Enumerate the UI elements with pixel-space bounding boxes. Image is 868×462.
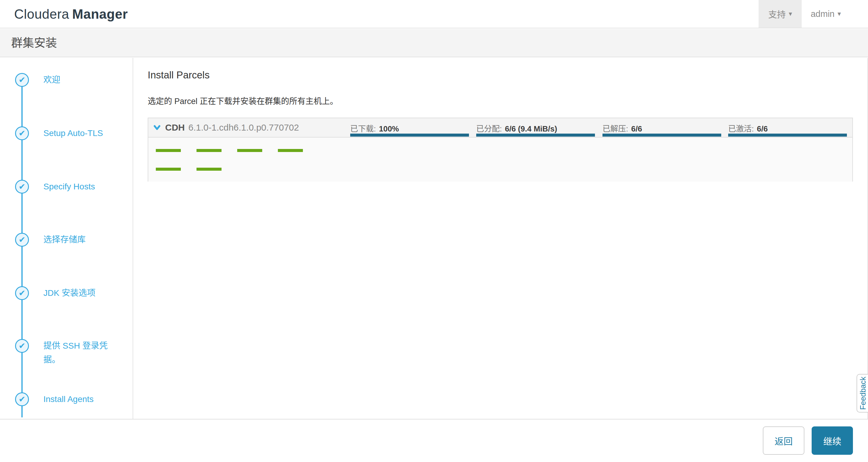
metric-activated: 已激活:6/6	[728, 118, 847, 137]
step-label: Specify Hosts	[43, 180, 95, 194]
step-label: Setup Auto-TLS	[43, 126, 103, 140]
parcel-name: CDH	[165, 122, 185, 133]
wizard-step-welcome[interactable]: ✔ 欢迎	[15, 73, 60, 87]
check-icon: ✔	[19, 76, 26, 84]
caret-down-icon: ▾	[789, 10, 792, 17]
logo-brand: Cloudera	[14, 7, 69, 21]
host-progress-bar	[156, 168, 181, 171]
step-label: 选择存储库	[43, 233, 86, 247]
page-title-bar: 群集安装	[0, 29, 868, 57]
main-panel: Install Parcels 选定的 Parcel 正在下载并安装在群集的所有…	[134, 58, 867, 419]
metric-value: 6/6	[631, 124, 642, 133]
progress-track	[602, 134, 721, 137]
check-icon: ✔	[19, 183, 26, 191]
content-area: ✔ 欢迎 ✔ Setup Auto-TLS ✔ Specify Hosts ✔ …	[0, 58, 868, 419]
feedback-tab[interactable]: Feedback	[857, 374, 868, 412]
check-icon: ✔	[19, 395, 26, 404]
step-label: 提供 SSH 登录凭据。	[43, 339, 119, 367]
section-description: 选定的 Parcel 正在下载并安装在群集的所有主机上。	[148, 95, 338, 107]
logo-product: Manager	[72, 7, 128, 21]
metric-distributed: 已分配:6/6 (9.4 MiB/s)	[476, 118, 595, 137]
host-progress-bar	[156, 149, 181, 152]
support-menu[interactable]: 支持 ▾	[758, 0, 802, 28]
progress-fill	[602, 134, 721, 137]
progress-fill	[476, 134, 595, 137]
back-button[interactable]: 返回	[763, 426, 804, 455]
check-icon: ✔	[19, 129, 26, 138]
wizard-step-ssh-credentials[interactable]: ✔ 提供 SSH 登录凭据。	[15, 339, 119, 367]
parcel-header-row: CDH 6.1.0-1.cdh6.1.0.p0.770702 已下载:100% …	[148, 118, 852, 138]
page-title: 群集安装	[11, 29, 57, 57]
support-menu-label: 支持	[768, 7, 786, 20]
step-done-circle: ✔	[15, 233, 29, 247]
step-done-circle: ✔	[15, 73, 29, 87]
metric-label: 已解压:	[602, 124, 628, 133]
step-done-circle: ✔	[15, 339, 29, 353]
parcel-host-progress-area	[148, 138, 852, 181]
cloudera-manager-logo[interactable]: ClouderaManager	[14, 0, 128, 28]
step-done-circle: ✔	[15, 286, 29, 300]
wizard-step-install-agents[interactable]: ✔ Install Agents	[15, 392, 94, 406]
metric-value: 100%	[379, 124, 399, 133]
step-done-circle: ✔	[15, 126, 29, 140]
continue-button[interactable]: 继续	[812, 426, 853, 455]
wizard-sidebar: ✔ 欢迎 ✔ Setup Auto-TLS ✔ Specify Hosts ✔ …	[0, 58, 133, 419]
wizard-step-auto-tls[interactable]: ✔ Setup Auto-TLS	[15, 126, 103, 140]
progress-fill	[350, 134, 469, 137]
host-progress-bar	[196, 149, 221, 152]
user-menu-label: admin	[811, 9, 835, 19]
caret-down-icon: ▾	[838, 10, 841, 17]
feedback-tab-label: Feedback	[859, 377, 867, 410]
metric-downloaded: 已下载:100%	[350, 118, 469, 137]
step-label: 欢迎	[43, 73, 60, 87]
host-progress-bar	[237, 149, 262, 152]
step-done-circle: ✔	[15, 392, 29, 406]
check-icon: ✔	[19, 342, 26, 350]
progress-track	[728, 134, 847, 137]
metric-label: 已下载:	[350, 124, 376, 133]
metric-label: 已分配:	[476, 124, 502, 133]
progress-track	[476, 134, 595, 137]
app-header: ClouderaManager 支持 ▾ admin ▾	[0, 0, 868, 28]
metric-value: 6/6	[757, 124, 768, 133]
progress-fill	[728, 134, 847, 137]
check-icon: ✔	[19, 289, 26, 297]
host-progress-bar	[278, 149, 303, 152]
wizard-footer: 返回 继续	[0, 419, 868, 462]
parcel-title: CDH 6.1.0-1.cdh6.1.0.p0.770702	[153, 118, 299, 137]
host-progress-bar	[196, 168, 221, 171]
user-menu[interactable]: admin ▾	[802, 0, 850, 28]
parcel-version: 6.1.0-1.cdh6.1.0.p0.770702	[188, 122, 299, 133]
step-label: Install Agents	[43, 392, 94, 406]
wizard-step-specify-hosts[interactable]: ✔ Specify Hosts	[15, 180, 95, 194]
step-label: JDK 安装选项	[43, 286, 96, 300]
cloudera-manager-screen: ClouderaManager 支持 ▾ admin ▾ 群集安装 ✔ 欢迎 ✔…	[0, 0, 868, 462]
metric-unpacked: 已解压:6/6	[602, 118, 721, 137]
section-title: Install Parcels	[148, 69, 210, 81]
wizard-step-select-repository[interactable]: ✔ 选择存储库	[15, 233, 86, 247]
parcel-progress-box: CDH 6.1.0-1.cdh6.1.0.p0.770702 已下载:100% …	[148, 118, 853, 181]
chevron-down-icon[interactable]	[153, 123, 161, 132]
wizard-step-jdk-options[interactable]: ✔ JDK 安装选项	[15, 286, 96, 300]
check-icon: ✔	[19, 236, 26, 244]
step-done-circle: ✔	[15, 180, 29, 194]
progress-track	[350, 134, 469, 137]
metric-value: 6/6 (9.4 MiB/s)	[505, 124, 557, 133]
metric-label: 已激活:	[728, 124, 754, 133]
